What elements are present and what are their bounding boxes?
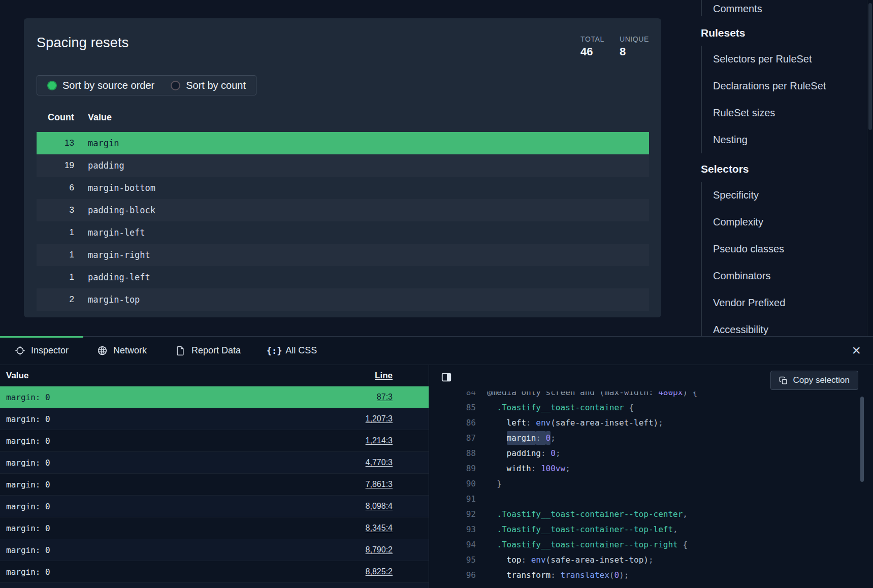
card-stats: TOTAL 46 UNIQUE 8 — [580, 35, 649, 59]
spacing-row-margin[interactable]: 13margin — [37, 132, 649, 154]
result-row[interactable]: margin: 01,207:3 — [0, 408, 429, 430]
result-row[interactable]: margin: 08,098:4 — [0, 496, 429, 517]
code-scrollbar-thumb[interactable] — [860, 397, 864, 482]
spacing-row-padding[interactable]: 19padding — [37, 154, 649, 177]
line-link[interactable]: 8,098:4 — [366, 502, 393, 511]
code-text: padding: 0; — [487, 448, 561, 458]
code-text: } — [487, 479, 502, 488]
sort-count-option[interactable]: Sort by count — [171, 80, 246, 91]
results-header: Value Line — [0, 365, 429, 386]
spacing-row-margin-left[interactable]: 1margin-left — [37, 221, 649, 244]
sidebar-item-ruleset-sizes[interactable]: RuleSet sizes — [713, 100, 868, 126]
line-number: 87 — [429, 433, 476, 443]
line-link[interactable]: 87:3 — [377, 393, 393, 402]
braces-icon: {:} — [268, 345, 280, 357]
code-line-94: 94 .Toastify__toast-container--top-right… — [429, 537, 873, 552]
stat-unique: UNIQUE 8 — [620, 35, 649, 59]
sidebar-item-complexity[interactable]: Complexity — [713, 209, 868, 236]
column-header-value: Value — [88, 112, 112, 123]
column-header-count: Count — [37, 112, 74, 123]
results-pane: Value Line margin: 087:3margin: 01,207:3… — [0, 365, 429, 588]
close-icon[interactable]: × — [852, 343, 861, 358]
code-text: .Toastify__toast-container--top-left, — [487, 525, 678, 534]
tab-label: Report Data — [191, 345, 241, 356]
count-cell: 19 — [37, 160, 74, 171]
sort-options: Sort by source order Sort by count — [37, 75, 256, 95]
line-number: 96 — [429, 570, 476, 580]
value-cell: padding-left — [88, 272, 150, 282]
sort-count-label: Sort by count — [186, 80, 246, 91]
sidebar-item-nesting[interactable]: Nesting — [713, 126, 868, 153]
value-cell: margin-bottom — [88, 183, 155, 193]
line-link[interactable]: 1,207:3 — [366, 414, 393, 423]
line-number: 86 — [429, 418, 476, 428]
code-toolbar: Copy selection — [429, 365, 873, 391]
sidebar-item-selectors-per-ruleset[interactable]: Selectors per RuleSet — [713, 46, 868, 73]
value-cell: margin-right — [88, 250, 150, 260]
panel-toggle-icon[interactable] — [440, 372, 452, 384]
sidebar-heading-rulesets: Rulesets — [701, 26, 868, 40]
code-text: width: 100vw; — [487, 464, 570, 473]
result-row[interactable]: margin: 08,825:2 — [0, 561, 429, 583]
code-text: top: env(safe-area-inset-top); — [487, 555, 654, 565]
spacing-table-body: 13margin19padding6margin-bottom3padding-… — [37, 132, 649, 311]
stat-total-label: TOTAL — [580, 35, 604, 44]
radio-unselected-icon — [171, 81, 180, 90]
code-text: @media only screen and (max-width: 480px… — [487, 391, 697, 397]
code-line-90: 90 } — [429, 476, 873, 491]
page-scrollbar[interactable] — [867, 0, 873, 336]
tab-inspector[interactable]: Inspector — [0, 337, 82, 365]
sidebar-item-declarations-per-ruleset[interactable]: Declarations per RuleSet — [713, 73, 868, 100]
sort-source-option[interactable]: Sort by source order — [47, 80, 154, 91]
sidebar-group-selectors: SpecificityComplexityPseudo classesCombi… — [701, 182, 868, 336]
result-row[interactable]: margin: 07,861:3 — [0, 474, 429, 496]
spacing-row-margin-bottom[interactable]: 6margin-bottom — [37, 177, 649, 199]
sidebar-item-comments[interactable]: Comments — [713, 1, 868, 16]
line-link[interactable]: 8,825:2 — [366, 567, 393, 576]
line-link[interactable]: 8,345:4 — [366, 524, 393, 533]
sidebar-item-pseudo-classes[interactable]: Pseudo classes — [713, 236, 868, 263]
spacing-row-padding-block[interactable]: 3padding-block — [37, 199, 649, 221]
tab-report-data[interactable]: Report Data — [160, 337, 254, 365]
sidebar-item-vendor-prefixed[interactable]: Vendor Prefixed — [713, 289, 868, 316]
code-pane: Copy selection 84@media only screen and … — [429, 365, 873, 588]
results-column-line[interactable]: Line — [375, 371, 393, 381]
sidebar-item-combinators[interactable]: Combinators — [713, 263, 868, 289]
code-line-84: 84@media only screen and (max-width: 480… — [429, 391, 873, 400]
inspector-body: Value Line margin: 087:3margin: 01,207:3… — [0, 365, 873, 588]
copy-selection-button[interactable]: Copy selection — [770, 371, 858, 390]
code-line-88: 88 padding: 0; — [429, 445, 873, 461]
tab-all-css[interactable]: {:}All CSS — [254, 337, 331, 365]
report-nav-sidebar: CommentsRulesetsSelectors per RuleSetDec… — [701, 0, 868, 336]
results-table-body: margin: 087:3margin: 01,207:3margin: 01,… — [0, 386, 429, 588]
code-line-89: 89 width: 100vw; — [429, 461, 873, 476]
code-line-93: 93 .Toastify__toast-container--top-left, — [429, 521, 873, 537]
code-text: transform: translatex(0); — [487, 570, 629, 580]
stat-unique-label: UNIQUE — [620, 35, 649, 44]
active-tab-indicator — [0, 336, 83, 338]
spacing-row-margin-right[interactable]: 1margin-right — [37, 244, 649, 266]
result-row[interactable]: margin: 08,345:4 — [0, 517, 429, 539]
sidebar-item-specificity[interactable]: Specificity — [713, 182, 868, 209]
line-number: 84 — [429, 391, 476, 397]
line-link[interactable]: 4,770:3 — [366, 458, 393, 467]
result-row[interactable]: margin: 04,770:3 — [0, 452, 429, 474]
line-number: 93 — [429, 525, 476, 534]
result-value-cell: margin: 0 — [6, 480, 50, 489]
count-cell: 1 — [37, 227, 74, 238]
target-icon — [14, 345, 26, 357]
spacing-row-padding-left[interactable]: 1padding-left — [37, 266, 649, 288]
radio-selected-icon — [47, 81, 57, 90]
code-line-95: 95 top: env(safe-area-inset-top); — [429, 552, 873, 567]
line-link[interactable]: 1,214:3 — [366, 436, 393, 445]
tab-list: InspectorNetworkReport Data{:}All CSS — [0, 337, 331, 365]
result-row[interactable]: margin: 01,214:3 — [0, 430, 429, 452]
tab-network[interactable]: Network — [82, 337, 160, 365]
line-link[interactable]: 7,861:3 — [366, 480, 393, 489]
result-row[interactable]: margin: 08,790:2 — [0, 539, 429, 561]
spacing-row-margin-top[interactable]: 2margin-top — [37, 288, 649, 311]
inspector-panel: InspectorNetworkReport Data{:}All CSS × … — [0, 336, 873, 588]
line-link[interactable]: 8,790:2 — [366, 545, 393, 554]
result-row[interactable]: margin: 087:3 — [0, 386, 429, 408]
sidebar-item-accessibility[interactable]: Accessibility — [713, 316, 868, 336]
